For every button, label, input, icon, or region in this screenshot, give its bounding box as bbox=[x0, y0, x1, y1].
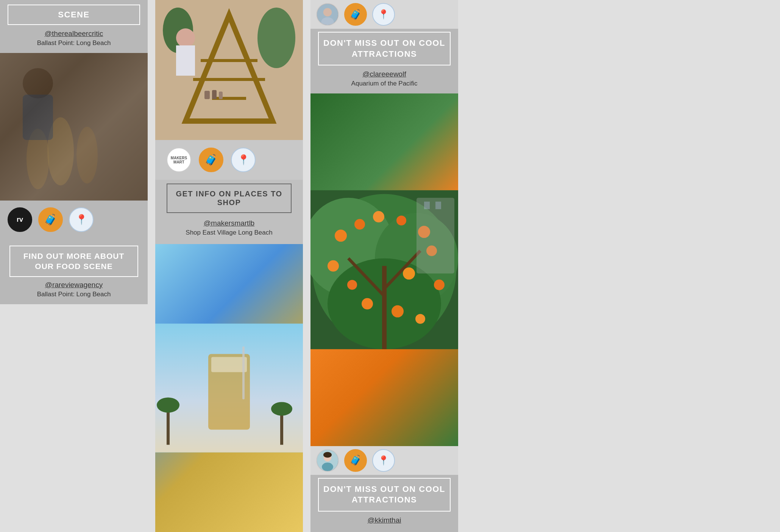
mid-icon-row: MAKERS MART 🧳 📍 bbox=[155, 140, 303, 180]
svg-rect-23 bbox=[280, 411, 283, 445]
svg-point-48 bbox=[434, 280, 445, 290]
mid-cta-section: GET INFO ON PLACES TO SHOP bbox=[155, 180, 303, 215]
left-luggage-icon[interactable]: 🧳 bbox=[38, 207, 63, 232]
mid-makers-image bbox=[155, 0, 303, 140]
left-top-location: Ballast Point: Long Beach bbox=[8, 39, 140, 47]
location-emoji-mid: 📍 bbox=[237, 154, 250, 166]
svg-rect-26 bbox=[211, 357, 247, 372]
right-bottom-luggage-icon[interactable]: 🧳 bbox=[344, 449, 367, 472]
mid-info-section: @makersmartlb Shop East Village Long Bea… bbox=[155, 215, 303, 244]
svg-rect-4 bbox=[0, 53, 148, 201]
svg-point-40 bbox=[354, 219, 365, 230]
svg-point-42 bbox=[396, 216, 406, 226]
right-top-cta-button[interactable]: DON'T MISS OUT ON COOL ATTRACTIONS bbox=[318, 32, 451, 65]
svg-rect-6 bbox=[23, 95, 53, 140]
right-top-location-icon[interactable]: 📍 bbox=[372, 3, 395, 26]
left-top-cta-button[interactable]: SCENE bbox=[8, 5, 140, 25]
makers-mart-text: MAKERS MART bbox=[167, 156, 190, 164]
right-column: 🧳 📍 DON'T MISS OUT ON COOL ATTRACTIONS @… bbox=[310, 0, 458, 532]
right-top-location: Aquarium of the Pacific bbox=[318, 80, 451, 87]
svg-rect-14 bbox=[219, 92, 223, 99]
mid-drink-image bbox=[155, 244, 303, 532]
mid-cta-button[interactable]: GET INFO ON PLACES TO SHOP bbox=[167, 184, 292, 213]
svg-point-24 bbox=[271, 402, 292, 416]
svg-rect-13 bbox=[212, 90, 217, 99]
right-top-luggage-icon[interactable]: 🧳 bbox=[344, 3, 367, 26]
svg-point-50 bbox=[392, 305, 404, 317]
svg-point-46 bbox=[347, 280, 357, 290]
svg-point-29 bbox=[323, 8, 332, 16]
mid-location: Shop East Village Long Beach bbox=[163, 229, 295, 236]
right-top-username[interactable]: @clareeewolf bbox=[318, 70, 451, 78]
svg-rect-53 bbox=[424, 202, 430, 209]
luggage-emoji: 🧳 bbox=[44, 213, 57, 226]
left-bottom-cta-block: FIND OUT MORE ABOUT OUR FOOD SCENE @rare… bbox=[0, 239, 148, 304]
svg-point-49 bbox=[362, 298, 373, 310]
mid-username[interactable]: @makersmartlb bbox=[163, 219, 295, 227]
right-bottom-cta-block: DON'T MISS OUT ON COOL ATTRACTIONS @kkim… bbox=[310, 475, 458, 532]
svg-point-51 bbox=[415, 314, 425, 324]
svg-rect-27 bbox=[242, 347, 245, 400]
svg-point-47 bbox=[403, 268, 415, 280]
right-top-profile-row: 🧳 📍 bbox=[310, 0, 458, 29]
mid-column: MAKERS MART 🧳 📍 GET INFO ON PLACES TO SH… bbox=[155, 0, 303, 532]
svg-rect-54 bbox=[435, 202, 441, 209]
svg-point-5 bbox=[23, 68, 53, 98]
mid-location-icon[interactable]: 📍 bbox=[231, 148, 256, 172]
right-top-cta-block: DON'T MISS OUT ON COOL ATTRACTIONS @clar… bbox=[310, 29, 458, 93]
left-bottom-username[interactable]: @rareviewagency bbox=[0, 281, 148, 289]
right-bottom-location-icon[interactable]: 📍 bbox=[372, 449, 395, 472]
left-bottom-location: Ballast Point: Long Beach bbox=[0, 291, 148, 298]
left-beer-image bbox=[0, 53, 148, 201]
svg-point-41 bbox=[373, 211, 384, 222]
left-top-username[interactable]: @therealbeercritic bbox=[8, 30, 140, 38]
left-top-cta-block: SCENE @therealbeercritic Ballast Point: … bbox=[0, 0, 148, 53]
svg-point-15 bbox=[257, 8, 295, 68]
location-emoji: 📍 bbox=[75, 214, 87, 226]
svg-point-17 bbox=[176, 28, 195, 47]
right-bottom-username[interactable]: @kkimthai bbox=[318, 516, 451, 524]
svg-rect-18 bbox=[176, 45, 195, 76]
svg-point-57 bbox=[322, 462, 333, 471]
right-bottom-cta-button[interactable]: DON'T MISS OUT ON COOL ATTRACTIONS bbox=[318, 478, 451, 512]
left-bottom-cta-button[interactable]: FIND OUT MORE ABOUT OUR FOOD SCENE bbox=[9, 246, 138, 277]
svg-point-22 bbox=[157, 398, 179, 413]
left-bottom-icon-row: rv 🧳 📍 bbox=[0, 201, 148, 239]
mid-luggage-icon[interactable]: 🧳 bbox=[199, 148, 223, 172]
right-oranges-image bbox=[310, 93, 458, 446]
luggage-emoji-mid: 🧳 bbox=[204, 154, 218, 166]
right-bottom-profile-row: 🧳 📍 bbox=[310, 446, 458, 475]
makers-mart-logo[interactable]: MAKERS MART bbox=[167, 148, 191, 172]
rv-logo-icon[interactable]: rv bbox=[8, 207, 32, 232]
svg-point-58 bbox=[323, 452, 332, 457]
svg-rect-12 bbox=[204, 91, 210, 99]
left-column: SCENE @therealbeercritic Ballast Point: … bbox=[0, 0, 148, 532]
left-location-icon[interactable]: 📍 bbox=[69, 207, 94, 232]
svg-point-39 bbox=[335, 230, 347, 242]
svg-point-45 bbox=[328, 260, 339, 272]
right-top-avatar[interactable] bbox=[316, 3, 339, 26]
right-bottom-avatar[interactable] bbox=[316, 449, 339, 472]
